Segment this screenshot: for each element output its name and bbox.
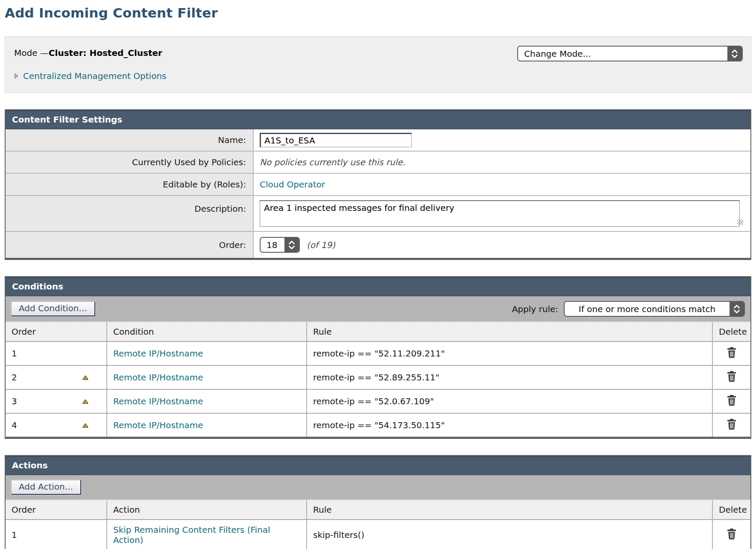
page: Add Incoming Content Filter Mode —Cluste… (0, 0, 756, 549)
change-mode-select-value: Change Mode... (518, 47, 727, 61)
table-row: 2 Remote IP/Hostname remote-ip == "52.89… (6, 365, 750, 389)
apply-rule-label: Apply rule: (512, 304, 558, 314)
rule-text: remote-ip == "52.0.67.109" (307, 389, 712, 413)
description-label: Description: (6, 196, 253, 231)
table-row: 4 Remote IP/Hostname remote-ip == "54.17… (6, 413, 750, 437)
col-header-delete: Delete (712, 500, 750, 520)
order-select[interactable]: 18 (260, 237, 300, 253)
table-header-row: Order Action Rule Delete (6, 500, 750, 520)
row-order: 3 (12, 396, 17, 406)
row-order: 4 (12, 420, 17, 430)
settings-section-title: Content Filter Settings (6, 110, 750, 129)
col-header-delete: Delete (712, 322, 750, 342)
section-content-filter-settings: Content Filter Settings Name: Currently … (5, 109, 751, 260)
delete-condition-button[interactable] (726, 347, 737, 358)
mode-value: Cluster: Hosted_Cluster (49, 48, 162, 58)
right-triangle-icon (14, 73, 18, 79)
up-triangle-icon (82, 423, 88, 428)
chevron-updown-icon (730, 302, 744, 316)
name-input[interactable] (260, 133, 412, 147)
add-action-button[interactable]: Add Action... (11, 480, 81, 495)
roles-label: Editable by (Roles): (6, 173, 253, 196)
settings-table: Name: Currently Used by Policies: No pol… (6, 129, 750, 258)
trash-icon (726, 528, 737, 540)
actions-table: Order Action Rule Delete 1 Skip Remainin… (6, 500, 750, 549)
page-title: Add Incoming Content Filter (5, 5, 751, 20)
table-row: Editable by (Roles): Cloud Operator (6, 173, 750, 196)
delete-action-button[interactable] (726, 528, 737, 540)
action-link[interactable]: Skip Remaining Content Filters (Final Ac… (113, 525, 281, 545)
trash-icon (726, 418, 737, 430)
table-row: 3 Remote IP/Hostname remote-ip == "52.0.… (6, 389, 750, 413)
order-select-value: 18 (261, 238, 284, 252)
delete-condition-button[interactable] (726, 418, 737, 430)
name-label: Name: (6, 129, 253, 151)
condition-link[interactable]: Remote IP/Hostname (113, 396, 203, 406)
col-header-action: Action (107, 500, 307, 520)
mode-label: Mode — (14, 48, 49, 58)
delete-condition-button[interactable] (726, 394, 737, 406)
section-actions: Actions Add Action... Order Action Rule … (5, 455, 751, 549)
section-conditions: Conditions Add Condition... Apply rule: … (5, 276, 751, 439)
table-row: Currently Used by Policies: No policies … (6, 151, 750, 173)
row-order: 1 (12, 348, 17, 359)
chevron-updown-icon (284, 238, 299, 252)
trash-icon (726, 371, 737, 382)
col-header-order: Order (6, 322, 107, 342)
order-total: (of 19) (307, 240, 335, 250)
move-up-button[interactable] (82, 375, 88, 380)
condition-link[interactable]: Remote IP/Hostname (113, 348, 203, 359)
chevron-updown-icon (727, 47, 742, 61)
condition-link[interactable]: Remote IP/Hostname (113, 372, 203, 383)
col-header-condition: Condition (107, 322, 307, 342)
table-row: Name: (6, 129, 750, 151)
col-header-order: Order (6, 500, 107, 520)
conditions-toolbar: Add Condition... Apply rule: If one or m… (6, 296, 750, 322)
up-triangle-icon (82, 375, 88, 380)
rule-text: remote-ip == "54.173.50.115" (307, 413, 712, 437)
actions-toolbar: Add Action... (6, 475, 750, 500)
col-header-rule: Rule (307, 500, 712, 520)
trash-icon (726, 347, 737, 358)
rule-text: skip-filters() (307, 520, 712, 549)
centralized-management-label: Centralized Management Options (23, 71, 167, 81)
move-up-button[interactable] (82, 399, 88, 404)
actions-section-title: Actions (6, 456, 750, 475)
table-row: Order: 18 (of 19) (6, 231, 750, 258)
row-order: 2 (12, 372, 17, 383)
mode-panel: Mode —Cluster: Hosted_Cluster Change Mod… (5, 36, 751, 93)
move-up-button[interactable] (82, 423, 88, 428)
table-header-row: Order Condition Rule Delete (6, 322, 750, 342)
up-triangle-icon (82, 399, 88, 404)
col-header-rule: Rule (307, 322, 712, 342)
description-textarea[interactable]: Area 1 inspected messages for final deli… (260, 200, 740, 227)
trash-icon (726, 394, 737, 406)
resize-grip-icon[interactable] (737, 219, 743, 225)
conditions-table: Order Condition Rule Delete 1 Remote IP/… (6, 322, 750, 437)
apply-rule-select-value: If one or more conditions match (565, 302, 730, 316)
row-order: 1 (12, 530, 17, 540)
change-mode-select[interactable]: Change Mode... (517, 46, 743, 61)
policies-value: No policies currently use this rule. (260, 157, 405, 167)
policies-label: Currently Used by Policies: (6, 151, 253, 173)
table-row: 1 Remote IP/Hostname remote-ip == "52.11… (6, 342, 750, 365)
rule-text: remote-ip == "52.11.209.211" (307, 342, 712, 365)
editable-roles-link[interactable]: Cloud Operator (260, 179, 325, 190)
add-condition-button[interactable]: Add Condition... (11, 301, 95, 316)
delete-condition-button[interactable] (726, 371, 737, 382)
table-row: 1 Skip Remaining Content Filters (Final … (6, 520, 750, 549)
condition-link[interactable]: Remote IP/Hostname (113, 420, 203, 430)
centralized-management-link[interactable]: Centralized Management Options (14, 71, 167, 81)
rule-text: remote-ip == "52.89.255.11" (307, 365, 712, 389)
apply-rule-select[interactable]: If one or more conditions match (564, 301, 745, 317)
table-row: Description: Area 1 inspected messages f… (6, 196, 750, 231)
conditions-section-title: Conditions (6, 277, 750, 296)
order-label: Order: (6, 231, 253, 258)
